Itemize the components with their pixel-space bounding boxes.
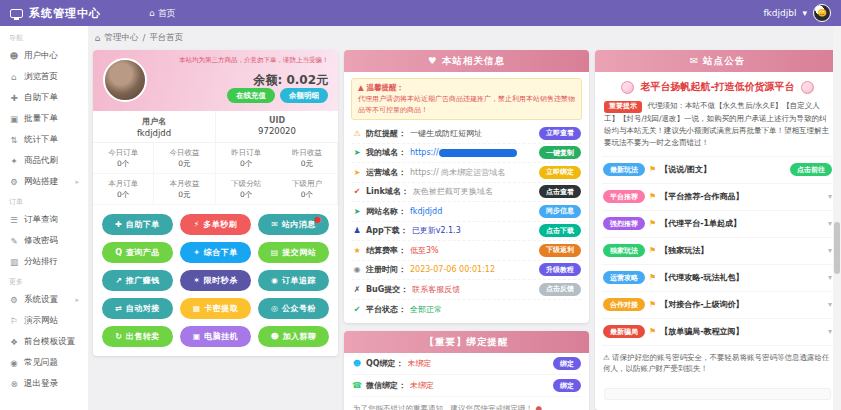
announcement-item[interactable]: 独家玩法 ⚑ 【独家玩法】 ▾ (602, 237, 833, 264)
sidebar-item[interactable]: ⚐ 演示网站 (0, 310, 88, 331)
row-action-pill[interactable]: 点击反馈 (539, 283, 581, 296)
topbar-home-menu[interactable]: ⌂ 首页 (149, 7, 176, 20)
announcement-item[interactable]: 最新骗局 ⚑ 【放单骗局-教程立阅】 ▾ (602, 318, 833, 345)
announcement-item[interactable]: 最新玩法 ⚑ 【说说/图文】 点击前往 (602, 156, 833, 183)
sidebar-item[interactable]: ☻ 用户中心 (0, 45, 88, 66)
chevron-right-icon: ▸ (75, 178, 79, 186)
chevron-down-icon[interactable]: ▾ (828, 246, 832, 255)
announcement-item[interactable]: 强烈推荐 ⚑ 【代理平台-1单起成】 ▾ (602, 210, 833, 237)
quick-action-button[interactable]: ▤ 提交网站 (258, 242, 329, 263)
topbar-menu-label: 首页 (158, 7, 176, 20)
chevron-down-icon[interactable]: ▾ (828, 219, 832, 228)
sidebar: 导航 ☻ 用户中心 ⌂ 浏览首页 ✚ (0, 26, 88, 410)
row-action-pill[interactable]: 升级教程 (539, 263, 581, 276)
announcement-text: 【代理攻略-玩法礼包】 (660, 272, 743, 283)
quick-action-label: ▦ 卡密提取 (193, 304, 238, 313)
sidebar-item[interactable]: ❖ 前台模板设置 (0, 331, 88, 352)
sidebar-item[interactable]: ✦ 商品代刷 (0, 150, 88, 171)
row-value-text: https:// (410, 148, 439, 157)
row-action-pill[interactable]: 立即查看 (539, 127, 581, 140)
stat-label: 昨日订单 (217, 148, 276, 158)
sidebar-item[interactable]: ⇅ 统计下单 (0, 129, 88, 150)
row-icon: ➤ (352, 207, 362, 216)
home-icon: ⌂ (149, 8, 155, 18)
recharge-button[interactable]: 在线充值 (227, 88, 275, 103)
main-content: ⌂ 管理中心 / 平台首页 本站均为第三方商品，介意勿下单，谨防上当受骗！ 余额… (88, 26, 841, 410)
sidebar-item[interactable]: ⚙ 系统设置 ▸ (0, 289, 88, 310)
announcement-text: 【代理平台-1单起成】 (660, 218, 741, 229)
sidebar-item[interactable]: ◉ 常见问题 (0, 352, 88, 373)
bind-footer: 为了您能不错过的重要通知，建议您尽快完成绑定哦！ ● (344, 397, 589, 410)
site-info-card: ♥ 本站相关信息 ▲ 温馨提醒： 代理用户请勿将本站近期广告商品违规推广，禁止利… (344, 50, 589, 323)
stat-cell: 本月收益 0元 (154, 174, 215, 205)
quick-action-button[interactable]: ✚ 自助下单 (102, 214, 173, 235)
balance-detail-button[interactable]: 余额明细 (280, 88, 328, 103)
stat-label: 下级用户 (278, 179, 336, 189)
row-action-pill[interactable]: 立即绑定 (539, 166, 581, 179)
quick-action-button[interactable]: ◉ 订单追踪 (258, 270, 329, 291)
announcement-item[interactable]: 平台推荐 ⚑ 【平台推荐-合作商品】 ▾ (602, 183, 833, 210)
sidebar-item-label: 订单查询 (24, 214, 58, 226)
announcement-headline: 老平台扬帆起航-打造低价货源平台 (601, 80, 834, 94)
stat-label: 用户名 (95, 116, 213, 127)
quick-action-button[interactable]: ↗ 推广赚钱 (102, 270, 173, 291)
quick-action-button[interactable]: ▣ 电脑挂机 (180, 326, 251, 347)
chevron-down-icon[interactable]: ▾ (828, 327, 832, 336)
quick-action-button[interactable]: ▦ 卡密提取 (180, 298, 251, 319)
sidebar-item[interactable]: ✚ 自助下单 (0, 87, 88, 108)
profile-card: 本站均为第三方商品，介意勿下单，谨防上当受骗！ 余额: 0.02元 在线充值 余… (93, 50, 338, 356)
announcement-text: 【放单骗局-教程立阅】 (660, 326, 743, 337)
announcement-item[interactable]: 运营攻略 ⚑ 【代理攻略-玩法礼包】 ▾ (602, 264, 833, 291)
sidebar-item[interactable]: ▣ 批量下单 (0, 108, 88, 129)
quick-action-button[interactable]: ⚡ 多单秒刷 (180, 214, 251, 235)
stat-label: UID (218, 116, 336, 125)
sidebar-item[interactable]: ⚙ 网站搭建 ▸ (0, 171, 88, 192)
breadcrumb-root[interactable]: 管理中心 (104, 32, 138, 44)
sidebar-item-label: 常见问题 (24, 357, 58, 369)
quick-action-label: ☻ 加入群聊 (270, 332, 316, 341)
go-button[interactable]: 点击前往 (790, 163, 832, 176)
row-action-pill[interactable]: 下级返利 (539, 244, 581, 257)
sidebar-item[interactable]: ☰ 订单查询 (0, 209, 88, 230)
stat-cell: 下级分站 0个 (216, 174, 277, 205)
row-action-pill[interactable]: 同步信息 (539, 205, 581, 218)
bind-button[interactable]: 绑定 (553, 357, 581, 370)
quick-action-button[interactable]: ⇄ 自动对接 (102, 298, 173, 319)
admin-dashboard: 系统管理中心 ⌂ 首页 fkdjdjbl ▾ ☻ 导航 ☻ 用户中心 (0, 0, 841, 410)
user-avatar-large[interactable] (103, 58, 147, 102)
sidebar-item[interactable]: ✎ 修改密码 (0, 230, 88, 251)
notice-tag: 重要提示 (604, 101, 642, 113)
quick-action-button[interactable]: ✦ 综合下单 (180, 242, 251, 263)
warning-title: ▲ 温馨提醒： (358, 83, 575, 93)
sidebar-item[interactable]: ▥ 分站排行 (0, 251, 88, 272)
quick-action-button[interactable]: Q 查询产品 (102, 242, 173, 263)
row-icon: ⚠ (352, 129, 362, 138)
row-action-pill[interactable]: 一键复制 (539, 146, 581, 159)
quick-action-button[interactable]: ◎ 公众号粉 (258, 298, 329, 319)
quick-action-button[interactable]: ✶ 限时秒杀 (180, 270, 251, 291)
sidebar-group-label: 更多 (0, 272, 88, 289)
row-action-pill[interactable]: 点击下载 (539, 224, 581, 237)
scrollbar-thumb[interactable] (834, 222, 840, 274)
row-label: Link域名： (366, 186, 409, 197)
quick-action-button[interactable]: ↻ 出售转卖 (102, 326, 173, 347)
chevron-down-icon[interactable]: ▾ (828, 273, 832, 282)
row-action-pill[interactable]: 点击查看 (539, 185, 581, 198)
announcement-item[interactable]: 合作对接 ⚑ 【对接合作-上级询价】 ▾ (602, 291, 833, 318)
user-avatar-small[interactable]: ☻ (813, 4, 831, 22)
sidebar-item[interactable]: ⌂ 浏览首页 (0, 66, 88, 87)
quick-action-button[interactable]: ☻ 加入群聊 (258, 326, 329, 347)
announcement-badge: 最新玩法 (603, 163, 645, 176)
bind-row-label: QQ绑定： (366, 358, 404, 369)
announcement-text: 【平台推荐-合作商品】 (660, 191, 743, 202)
chevron-down-icon[interactable]: ▾ (828, 300, 832, 309)
info-row: ➤ 运营域名： https:// 尚未绑定运营域名 立即绑定 (352, 163, 581, 183)
sidebar-item[interactable]: ⊗ 退出登录 (0, 373, 88, 394)
sidebar-item-label: 用户中心 (24, 50, 58, 62)
quick-action-button[interactable]: ✉ 站内消息 ● (258, 214, 329, 235)
body-row: 导航 ☻ 用户中心 ⌂ 浏览首页 ✚ (0, 26, 841, 410)
bind-reminder-card: 【重要】绑定提醒 ☻ QQ绑定： 未绑定 绑定 ☎ 微信绑定： (344, 331, 589, 410)
bind-button[interactable]: 绑定 (553, 379, 581, 392)
chevron-down-icon[interactable]: ▾ (828, 192, 832, 201)
topbar-user[interactable]: fkdjdjbl ▾ ☻ (763, 4, 831, 22)
